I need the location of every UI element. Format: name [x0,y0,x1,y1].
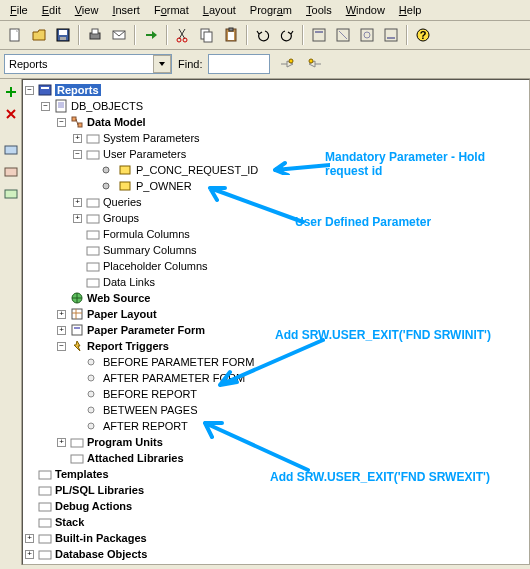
collapse-icon[interactable]: − [57,118,66,127]
redo-button[interactable] [276,24,298,46]
menu-edit[interactable]: Edit [36,2,67,18]
cut-button[interactable] [172,24,194,46]
tree-attached-libs[interactable]: Attached Libraries [87,452,184,464]
svg-rect-31 [72,117,76,121]
collapse-icon[interactable]: − [25,86,34,95]
menu-tools[interactable]: Tools [300,2,338,18]
folder-icon [86,131,100,145]
find-input[interactable] [208,54,270,74]
menu-window[interactable]: Window [340,2,391,18]
expand-icon[interactable]: + [73,214,82,223]
tree-templates[interactable]: Templates [55,468,109,480]
menu-help[interactable]: Help [393,2,428,18]
tree-data-model[interactable]: Data Model [87,116,146,128]
svg-point-50 [88,375,94,381]
svg-point-35 [103,167,109,173]
sidetool-b[interactable] [2,163,20,181]
object-navigator-tree[interactable]: −Reports −DB_OBJECTS −Data Model +System… [22,79,530,565]
menubar: FFileile Edit View Insert Format Layout … [0,0,530,21]
expand-icon[interactable]: + [57,310,66,319]
svg-point-23 [289,59,293,63]
tree-formula-cols[interactable]: Formula Columns [103,228,190,240]
svg-rect-29 [41,87,49,89]
tree-root[interactable]: Reports [55,84,101,96]
tree-summary-cols[interactable]: Summary Columns [103,244,197,256]
svg-rect-56 [39,471,51,479]
tree-trigger-2[interactable]: AFTER PARAMETER FORM [103,372,245,384]
add-icon[interactable] [2,83,20,101]
delete-icon[interactable] [2,105,20,123]
save-button[interactable] [52,24,74,46]
tree-trigger-4[interactable]: BETWEEN PAGES [103,404,198,416]
tree-report-triggers[interactable]: Report Triggers [87,340,169,352]
tree-user-params[interactable]: User Parameters [103,148,186,160]
tree-p-owner[interactable]: P_OWNER [136,180,192,192]
tool-b-button[interactable] [332,24,354,46]
help-button[interactable]: ? [412,24,434,46]
undo-button[interactable] [252,24,274,46]
run-button[interactable] [140,24,162,46]
expand-icon[interactable]: + [57,326,66,335]
menu-layout[interactable]: Layout [197,2,242,18]
svg-rect-19 [385,29,397,41]
tree-plsql-libs[interactable]: PL/SQL Libraries [55,484,144,496]
tool-a-button[interactable] [308,24,330,46]
context-combo[interactable] [4,54,172,74]
expand-icon[interactable]: + [57,438,66,447]
find-prev-button[interactable] [304,53,326,75]
collapse-icon[interactable]: − [73,150,82,159]
context-combo-input[interactable] [4,54,172,74]
tree-data-links[interactable]: Data Links [103,276,155,288]
print-button[interactable] [84,24,106,46]
tree-groups[interactable]: Groups [103,212,139,224]
new-button[interactable] [4,24,26,46]
open-button[interactable] [28,24,50,46]
svg-rect-34 [87,151,99,159]
tool-c-button[interactable] [356,24,378,46]
menu-file[interactable]: FFileile [4,2,34,18]
tree-sys-params[interactable]: System Parameters [103,132,200,144]
tree-program-units[interactable]: Program Units [87,436,163,448]
menu-insert[interactable]: Insert [106,2,146,18]
tree-queries[interactable]: Queries [103,196,142,208]
tree-builtin[interactable]: Built-in Packages [55,532,147,544]
tree-trigger-5[interactable]: AFTER REPORT [103,420,188,432]
svg-rect-26 [5,168,17,176]
svg-rect-13 [229,28,233,31]
tree-web-source[interactable]: Web Source [87,292,150,304]
find-next-button[interactable] [276,53,298,75]
collapse-icon[interactable]: − [41,102,50,111]
svg-rect-60 [39,535,51,543]
svg-rect-3 [60,37,66,40]
svg-rect-32 [78,123,82,127]
tree-stack[interactable]: Stack [55,516,84,528]
tree-placeholder-cols[interactable]: Placeholder Columns [103,260,208,272]
tree-paper-layout[interactable]: Paper Layout [87,308,157,320]
expand-icon[interactable]: + [25,534,34,543]
paste-button[interactable] [220,24,242,46]
chevron-down-icon[interactable] [153,55,171,73]
tree-db-objects[interactable]: DB_OBJECTS [71,100,143,112]
collapse-icon[interactable]: − [57,342,66,351]
expand-icon[interactable]: + [25,550,34,559]
mail-button[interactable] [108,24,130,46]
menu-program[interactable]: Program [244,2,298,18]
tool-d-button[interactable] [380,24,402,46]
menu-view[interactable]: View [69,2,105,18]
tree-debug[interactable]: Debug Actions [55,500,132,512]
data-model-icon [70,115,84,129]
sidetool-c[interactable] [2,185,20,203]
tree-trigger-3[interactable]: BEFORE REPORT [103,388,197,400]
folder-icon [70,435,84,449]
menu-format[interactable]: Format [148,2,195,18]
expand-icon[interactable]: + [73,198,82,207]
tree-paper-param-form[interactable]: Paper Parameter Form [87,324,205,336]
sidetool-a[interactable] [2,141,20,159]
tree-trigger-1[interactable]: BEFORE PARAMETER FORM [103,356,254,368]
tree-dbobj[interactable]: Database Objects [55,548,147,560]
svg-rect-55 [71,455,83,463]
svg-rect-28 [39,85,51,95]
expand-icon[interactable]: + [73,134,82,143]
copy-button[interactable] [196,24,218,46]
tree-p-conc[interactable]: P_CONC_REQUEST_ID [136,164,258,176]
